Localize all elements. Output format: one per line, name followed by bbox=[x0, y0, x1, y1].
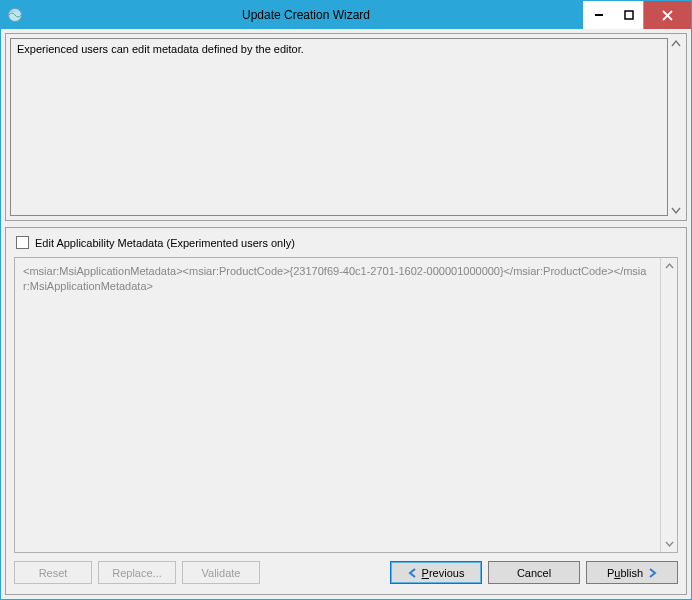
scroll-down-icon[interactable] bbox=[668, 202, 684, 218]
description-text: Experienced users can edit metadata defi… bbox=[17, 43, 304, 55]
description-textbox[interactable]: Experienced users can edit metadata defi… bbox=[10, 38, 668, 216]
arrow-left-icon bbox=[408, 568, 418, 578]
edit-metadata-label: Edit Applicability Metadata (Experimente… bbox=[35, 237, 295, 249]
edit-metadata-row: Edit Applicability Metadata (Experimente… bbox=[6, 228, 686, 253]
button-label: Previous bbox=[422, 567, 465, 579]
arrow-right-icon bbox=[647, 568, 657, 578]
button-label: Replace... bbox=[112, 567, 162, 579]
window-frame: Update Creation Wizard Experienced users… bbox=[0, 0, 692, 600]
previous-button[interactable]: Previous bbox=[390, 561, 482, 584]
button-label: Publish bbox=[607, 567, 643, 579]
scroll-up-icon[interactable] bbox=[668, 36, 684, 52]
scroll-up-icon[interactable] bbox=[661, 258, 677, 275]
window-controls bbox=[583, 1, 691, 29]
publish-button[interactable]: Publish bbox=[586, 561, 678, 584]
close-button[interactable] bbox=[643, 1, 691, 29]
cancel-button[interactable]: Cancel bbox=[488, 561, 580, 584]
window-title: Update Creation Wizard bbox=[29, 1, 583, 29]
edit-metadata-checkbox[interactable] bbox=[16, 236, 29, 249]
button-label: Validate bbox=[202, 567, 241, 579]
minimize-button[interactable] bbox=[583, 1, 613, 29]
svg-rect-2 bbox=[625, 11, 633, 19]
titlebar[interactable]: Update Creation Wizard bbox=[1, 1, 691, 29]
description-panel: Experienced users can edit metadata defi… bbox=[5, 33, 687, 221]
xml-textarea-wrap: <msiar:MsiApplicationMetadata><msiar:Pro… bbox=[14, 257, 678, 553]
button-label: Reset bbox=[39, 567, 68, 579]
scroll-down-icon[interactable] bbox=[661, 535, 677, 552]
xml-scrollbar[interactable] bbox=[660, 258, 677, 552]
validate-button[interactable]: Validate bbox=[182, 561, 260, 584]
reset-button[interactable]: Reset bbox=[14, 561, 92, 584]
button-row: Reset Replace... Validate Previous Cance… bbox=[6, 555, 686, 594]
applicability-panel: Edit Applicability Metadata (Experimente… bbox=[5, 227, 687, 595]
app-icon bbox=[1, 1, 29, 29]
client-area: Experienced users can edit metadata defi… bbox=[1, 29, 691, 599]
maximize-button[interactable] bbox=[613, 1, 643, 29]
xml-textarea[interactable]: <msiar:MsiApplicationMetadata><msiar:Pro… bbox=[15, 258, 660, 552]
button-label: Cancel bbox=[517, 567, 551, 579]
replace-button[interactable]: Replace... bbox=[98, 561, 176, 584]
